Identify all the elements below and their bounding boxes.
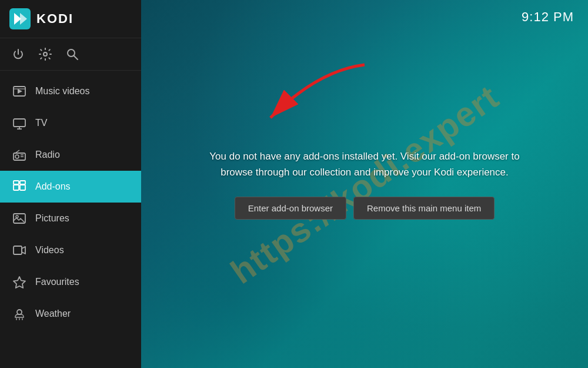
time-display: 9:12 PM (522, 9, 574, 25)
tv-label: TV (35, 118, 47, 128)
sidebar-item-tv[interactable]: TV (0, 107, 141, 139)
sidebar-item-music-videos[interactable]: Music videos (0, 75, 141, 107)
svg-rect-18 (20, 185, 25, 190)
sidebar-item-videos[interactable]: Videos (0, 234, 141, 266)
sidebar-tools (0, 38, 141, 71)
svg-point-25 (17, 310, 22, 314)
search-icon[interactable] (66, 48, 79, 61)
pictures-icon (12, 211, 27, 226)
add-ons-message: You do not have any add-ons installed ye… (206, 148, 523, 180)
add-ons-label: Add-ons (35, 181, 71, 192)
svg-point-13 (15, 155, 19, 158)
videos-label: Videos (35, 245, 64, 256)
svg-rect-20 (20, 181, 25, 184)
svg-line-5 (74, 56, 78, 60)
weather-label: Weather (35, 309, 71, 319)
remove-menu-item-button[interactable]: Remove this main menu item (353, 197, 495, 220)
favourites-label: Favourites (35, 277, 79, 287)
power-icon[interactable] (12, 48, 25, 61)
app-title: KODI (36, 11, 74, 26)
weather-icon (12, 306, 27, 321)
videos-icon (12, 243, 27, 258)
content-buttons: Enter add-on browser Remove this main me… (206, 197, 523, 220)
main-content: 9:12 PM https://kodi.expert You do not h… (141, 0, 588, 368)
arrow-pointer-icon (259, 59, 376, 141)
svg-marker-7 (18, 89, 22, 94)
radio-label: Radio (35, 150, 60, 160)
sidebar-item-add-ons[interactable]: Add-ons (0, 171, 141, 203)
svg-rect-19 (14, 181, 19, 184)
sidebar-item-pictures[interactable]: Pictures (0, 203, 141, 234)
sidebar-header: KODI (0, 0, 141, 38)
add-ons-icon (12, 179, 27, 194)
tv-icon (12, 115, 27, 131)
enter-addon-browser-button[interactable]: Enter add-on browser (235, 197, 346, 220)
sidebar-item-favourites[interactable]: Favourites (0, 266, 141, 298)
music-videos-label: Music videos (35, 86, 89, 97)
content-panel: You do not have any add-ons installed ye… (194, 137, 535, 231)
radio-icon (12, 147, 27, 163)
pictures-label: Pictures (35, 213, 69, 224)
sidebar-item-radio[interactable]: Radio (0, 139, 141, 171)
svg-point-3 (44, 52, 47, 56)
sidebar-item-weather[interactable]: Weather (0, 298, 141, 330)
favourites-icon (12, 274, 27, 290)
svg-rect-17 (14, 185, 19, 190)
svg-rect-9 (14, 119, 25, 127)
settings-icon[interactable] (39, 48, 52, 61)
sidebar-navigation: Music videos TV (0, 71, 141, 368)
sidebar: KODI (0, 0, 141, 368)
svg-rect-23 (14, 246, 22, 254)
music-videos-icon (12, 84, 27, 99)
kodi-logo-icon (9, 8, 31, 29)
svg-marker-24 (14, 277, 25, 288)
